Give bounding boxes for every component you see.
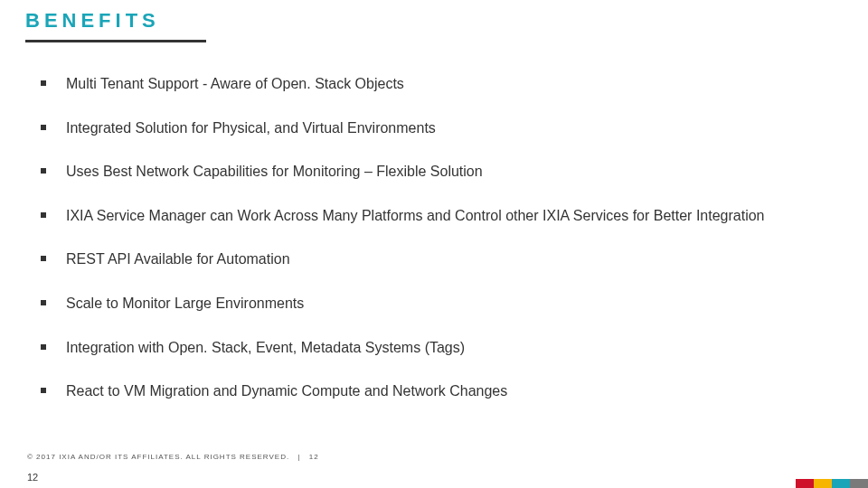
list-item: Scale to Monitor Large Environments — [41, 294, 832, 314]
list-item: Integrated Solution for Physical, and Vi… — [41, 118, 832, 138]
copyright-text: © 2017 IXIA AND/OR ITS AFFILIATES. ALL R… — [27, 453, 289, 461]
strip-teal — [832, 479, 850, 488]
list-item: Integration with Open. Stack, Event, Met… — [41, 338, 832, 358]
strip-yellow — [814, 479, 832, 488]
bullet-icon — [41, 256, 46, 261]
footer-separator: | — [297, 453, 300, 461]
slide-title: BENEFITS — [25, 9, 160, 33]
brand-color-strip — [796, 479, 868, 488]
strip-gray — [850, 479, 868, 488]
page-number: 12 — [27, 472, 38, 483]
footer-page: 12 — [309, 453, 319, 461]
list-item: Multi Tenant Support - Aware of Open. St… — [41, 74, 832, 94]
title-underline — [25, 40, 206, 42]
bullet-icon — [41, 125, 46, 130]
bullet-icon — [41, 212, 46, 218]
bullet-text: Multi Tenant Support - Aware of Open. St… — [66, 74, 404, 94]
list-item: React to VM Migration and Dynamic Comput… — [41, 381, 832, 401]
bullet-text: IXIA Service Manager can Work Across Man… — [66, 206, 765, 226]
slide: BENEFITS Multi Tenant Support - Aware of… — [0, 0, 868, 488]
bullet-text: Uses Best Network Capabilities for Monit… — [66, 162, 483, 182]
bullet-text: Integrated Solution for Physical, and Vi… — [66, 118, 436, 138]
bullet-icon — [41, 388, 46, 393]
strip-red — [796, 479, 814, 488]
bullet-text: Scale to Monitor Large Environments — [66, 294, 304, 314]
bullet-text: React to VM Migration and Dynamic Comput… — [66, 381, 507, 401]
footer: © 2017 IXIA AND/OR ITS AFFILIATES. ALL R… — [27, 453, 319, 461]
bullet-text: REST API Available for Automation — [66, 249, 290, 269]
list-item: REST API Available for Automation — [41, 249, 832, 269]
bullet-icon — [41, 168, 46, 174]
bullet-icon — [41, 344, 46, 350]
bullet-text: Integration with Open. Stack, Event, Met… — [66, 338, 465, 358]
bullet-list: Multi Tenant Support - Aware of Open. St… — [41, 74, 832, 426]
list-item: IXIA Service Manager can Work Across Man… — [41, 206, 832, 226]
bullet-icon — [41, 80, 46, 86]
bullet-icon — [41, 300, 46, 305]
list-item: Uses Best Network Capabilities for Monit… — [41, 162, 832, 182]
